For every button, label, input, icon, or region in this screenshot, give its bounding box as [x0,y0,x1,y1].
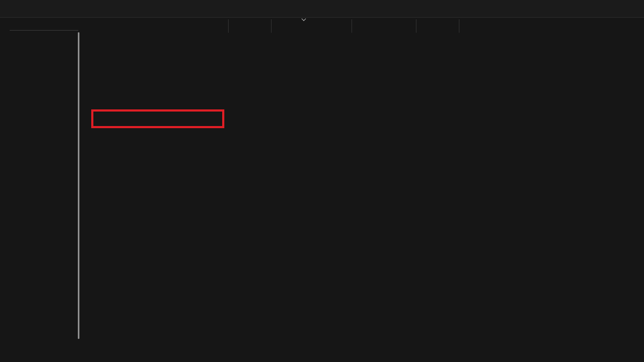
file-list-pane [86,18,644,362]
column-divider[interactable] [416,19,416,33]
toolbar [0,0,644,18]
file-explorer-window [0,0,644,362]
column-header-row [86,18,644,29]
sort-chevron-down-icon [302,18,306,21]
column-divider[interactable] [352,19,352,33]
sidebar-divider [10,30,78,31]
column-divider[interactable] [459,19,459,33]
column-divider[interactable] [271,19,272,33]
sidebar-scrollbar[interactable] [78,32,79,339]
annotation-highlight-rect [91,109,224,128]
column-divider[interactable] [228,19,229,33]
sidebar [0,18,86,362]
